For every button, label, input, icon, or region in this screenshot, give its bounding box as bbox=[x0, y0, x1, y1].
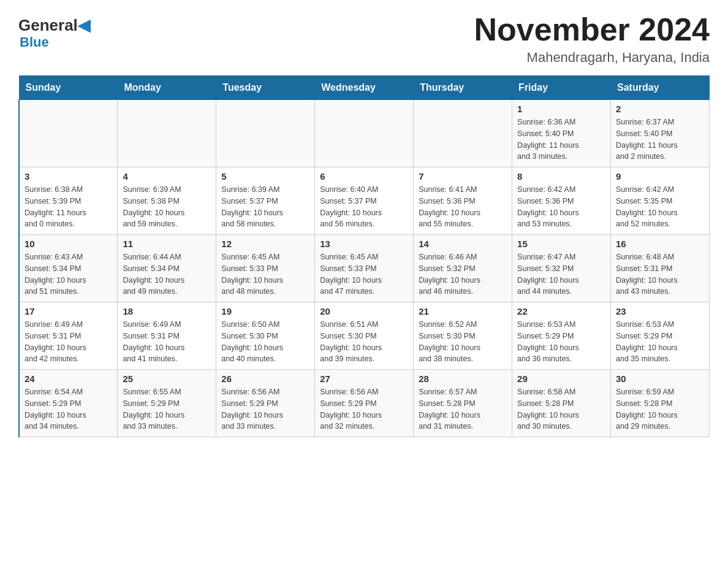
calendar-cell: 23Sunrise: 6:53 AM Sunset: 5:29 PM Dayli… bbox=[611, 302, 710, 370]
calendar-week-2: 3Sunrise: 6:38 AM Sunset: 5:39 PM Daylig… bbox=[19, 167, 710, 235]
cell-info: Sunrise: 6:37 AM Sunset: 5:40 PM Dayligh… bbox=[616, 117, 704, 163]
calendar-week-1: 1Sunrise: 6:36 AM Sunset: 5:40 PM Daylig… bbox=[19, 100, 710, 167]
calendar-cell: 9Sunrise: 6:42 AM Sunset: 5:35 PM Daylig… bbox=[611, 167, 710, 235]
cell-info: Sunrise: 6:54 AM Sunset: 5:29 PM Dayligh… bbox=[25, 386, 112, 432]
calendar-cell: 11Sunrise: 6:44 AM Sunset: 5:34 PM Dayli… bbox=[118, 235, 216, 302]
calendar-table: SundayMondayTuesdayWednesdayThursdayFrid… bbox=[18, 75, 710, 437]
calendar-cell: 24Sunrise: 6:54 AM Sunset: 5:29 PM Dayli… bbox=[19, 370, 118, 437]
calendar-cell: 30Sunrise: 6:59 AM Sunset: 5:28 PM Dayli… bbox=[611, 370, 710, 437]
cell-day-number: 7 bbox=[419, 171, 507, 182]
calendar-cell: 28Sunrise: 6:57 AM Sunset: 5:28 PM Dayli… bbox=[414, 370, 512, 437]
cell-day-number: 23 bbox=[616, 306, 704, 316]
cell-day-number: 9 bbox=[616, 171, 704, 182]
cell-info: Sunrise: 6:56 AM Sunset: 5:29 PM Dayligh… bbox=[221, 386, 309, 432]
calendar-header: SundayMondayTuesdayWednesdayThursdayFrid… bbox=[19, 76, 710, 100]
cell-info: Sunrise: 6:43 AM Sunset: 5:34 PM Dayligh… bbox=[25, 251, 112, 297]
title-area: November 2024 Mahendragarh, Haryana, Ind… bbox=[474, 12, 710, 66]
header-cell-wednesday: Wednesday bbox=[315, 76, 414, 100]
cell-day-number: 14 bbox=[419, 239, 507, 249]
calendar-cell: 15Sunrise: 6:47 AM Sunset: 5:32 PM Dayli… bbox=[512, 235, 611, 302]
cell-day-number: 18 bbox=[123, 306, 211, 316]
cell-day-number: 17 bbox=[25, 306, 112, 316]
cell-day-number: 22 bbox=[517, 306, 605, 316]
cell-info: Sunrise: 6:39 AM Sunset: 5:38 PM Dayligh… bbox=[123, 184, 211, 230]
logo-blue-part: ◀ bbox=[78, 17, 90, 33]
calendar-cell bbox=[414, 100, 512, 167]
calendar-cell: 10Sunrise: 6:43 AM Sunset: 5:34 PM Dayli… bbox=[19, 235, 118, 302]
cell-info: Sunrise: 6:51 AM Sunset: 5:30 PM Dayligh… bbox=[320, 319, 408, 365]
calendar-cell: 6Sunrise: 6:40 AM Sunset: 5:37 PM Daylig… bbox=[315, 167, 414, 235]
cell-day-number: 2 bbox=[616, 104, 704, 114]
calendar-cell bbox=[216, 100, 315, 167]
logo-blue: Blue bbox=[20, 34, 49, 50]
cell-day-number: 3 bbox=[25, 171, 112, 182]
calendar-cell bbox=[315, 100, 414, 167]
calendar-cell: 14Sunrise: 6:46 AM Sunset: 5:32 PM Dayli… bbox=[414, 235, 512, 302]
cell-info: Sunrise: 6:52 AM Sunset: 5:30 PM Dayligh… bbox=[419, 319, 507, 365]
cell-info: Sunrise: 6:36 AM Sunset: 5:40 PM Dayligh… bbox=[517, 117, 605, 163]
cell-info: Sunrise: 6:53 AM Sunset: 5:29 PM Dayligh… bbox=[616, 319, 704, 365]
cell-day-number: 6 bbox=[320, 171, 408, 182]
cell-info: Sunrise: 6:56 AM Sunset: 5:29 PM Dayligh… bbox=[320, 386, 408, 432]
header-cell-thursday: Thursday bbox=[414, 76, 512, 100]
cell-info: Sunrise: 6:48 AM Sunset: 5:31 PM Dayligh… bbox=[616, 251, 704, 297]
calendar-cell: 5Sunrise: 6:39 AM Sunset: 5:37 PM Daylig… bbox=[216, 167, 315, 235]
calendar-cell: 3Sunrise: 6:38 AM Sunset: 5:39 PM Daylig… bbox=[19, 167, 118, 235]
cell-day-number: 4 bbox=[123, 171, 211, 182]
calendar-cell: 13Sunrise: 6:45 AM Sunset: 5:33 PM Dayli… bbox=[315, 235, 414, 302]
cell-day-number: 13 bbox=[320, 239, 408, 249]
cell-day-number: 16 bbox=[616, 239, 704, 249]
header-cell-saturday: Saturday bbox=[611, 76, 710, 100]
header-cell-monday: Monday bbox=[118, 76, 216, 100]
calendar-cell: 26Sunrise: 6:56 AM Sunset: 5:29 PM Dayli… bbox=[216, 370, 315, 437]
calendar-cell: 27Sunrise: 6:56 AM Sunset: 5:29 PM Dayli… bbox=[315, 370, 414, 437]
cell-info: Sunrise: 6:47 AM Sunset: 5:32 PM Dayligh… bbox=[517, 251, 605, 297]
cell-day-number: 11 bbox=[123, 239, 211, 249]
subtitle: Mahendragarh, Haryana, India bbox=[474, 50, 710, 66]
cell-day-number: 24 bbox=[25, 373, 112, 384]
cell-info: Sunrise: 6:38 AM Sunset: 5:39 PM Dayligh… bbox=[25, 184, 112, 230]
cell-day-number: 26 bbox=[221, 373, 309, 384]
cell-info: Sunrise: 6:42 AM Sunset: 5:35 PM Dayligh… bbox=[616, 184, 704, 230]
cell-info: Sunrise: 6:42 AM Sunset: 5:36 PM Dayligh… bbox=[517, 184, 605, 230]
cell-day-number: 15 bbox=[517, 239, 605, 249]
calendar-cell: 4Sunrise: 6:39 AM Sunset: 5:38 PM Daylig… bbox=[118, 167, 216, 235]
page-header: General◀ Blue November 2024 Mahendragarh… bbox=[18, 12, 710, 66]
cell-day-number: 28 bbox=[419, 373, 507, 384]
calendar-cell: 19Sunrise: 6:50 AM Sunset: 5:30 PM Dayli… bbox=[216, 302, 315, 370]
calendar-cell bbox=[19, 100, 118, 167]
cell-info: Sunrise: 6:40 AM Sunset: 5:37 PM Dayligh… bbox=[320, 184, 408, 230]
cell-day-number: 8 bbox=[517, 171, 605, 182]
cell-info: Sunrise: 6:39 AM Sunset: 5:37 PM Dayligh… bbox=[221, 184, 309, 230]
cell-info: Sunrise: 6:45 AM Sunset: 5:33 PM Dayligh… bbox=[221, 251, 309, 297]
cell-info: Sunrise: 6:41 AM Sunset: 5:36 PM Dayligh… bbox=[419, 184, 507, 230]
calendar-cell: 20Sunrise: 6:51 AM Sunset: 5:30 PM Dayli… bbox=[315, 302, 414, 370]
cell-day-number: 19 bbox=[221, 306, 309, 316]
cell-info: Sunrise: 6:45 AM Sunset: 5:33 PM Dayligh… bbox=[320, 251, 408, 297]
cell-info: Sunrise: 6:49 AM Sunset: 5:31 PM Dayligh… bbox=[123, 319, 211, 365]
header-row: SundayMondayTuesdayWednesdayThursdayFrid… bbox=[19, 76, 710, 100]
cell-day-number: 25 bbox=[123, 373, 211, 384]
calendar-cell: 1Sunrise: 6:36 AM Sunset: 5:40 PM Daylig… bbox=[512, 100, 611, 167]
header-cell-tuesday: Tuesday bbox=[216, 76, 315, 100]
calendar-cell: 25Sunrise: 6:55 AM Sunset: 5:29 PM Dayli… bbox=[118, 370, 216, 437]
calendar-week-5: 24Sunrise: 6:54 AM Sunset: 5:29 PM Dayli… bbox=[19, 370, 710, 437]
calendar-cell: 22Sunrise: 6:53 AM Sunset: 5:29 PM Dayli… bbox=[512, 302, 611, 370]
calendar-cell: 7Sunrise: 6:41 AM Sunset: 5:36 PM Daylig… bbox=[414, 167, 512, 235]
calendar-cell: 8Sunrise: 6:42 AM Sunset: 5:36 PM Daylig… bbox=[512, 167, 611, 235]
calendar-body: 1Sunrise: 6:36 AM Sunset: 5:40 PM Daylig… bbox=[19, 100, 710, 437]
calendar-cell: 18Sunrise: 6:49 AM Sunset: 5:31 PM Dayli… bbox=[118, 302, 216, 370]
logo: General◀ Blue bbox=[18, 12, 90, 50]
calendar-cell: 16Sunrise: 6:48 AM Sunset: 5:31 PM Dayli… bbox=[611, 235, 710, 302]
logo-text: General◀ bbox=[18, 17, 90, 33]
calendar-cell: 17Sunrise: 6:49 AM Sunset: 5:31 PM Dayli… bbox=[19, 302, 118, 370]
calendar-cell bbox=[118, 100, 216, 167]
cell-info: Sunrise: 6:44 AM Sunset: 5:34 PM Dayligh… bbox=[123, 251, 211, 297]
cell-day-number: 21 bbox=[419, 306, 507, 316]
cell-info: Sunrise: 6:46 AM Sunset: 5:32 PM Dayligh… bbox=[419, 251, 507, 297]
cell-day-number: 29 bbox=[517, 373, 605, 384]
cell-day-number: 12 bbox=[221, 239, 309, 249]
cell-info: Sunrise: 6:50 AM Sunset: 5:30 PM Dayligh… bbox=[221, 319, 309, 365]
calendar-week-4: 17Sunrise: 6:49 AM Sunset: 5:31 PM Dayli… bbox=[19, 302, 710, 370]
cell-day-number: 10 bbox=[25, 239, 112, 249]
